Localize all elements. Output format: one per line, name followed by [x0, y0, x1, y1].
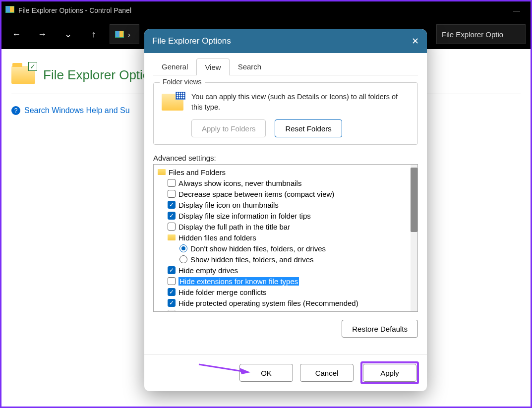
- checkbox[interactable]: [168, 310, 176, 312]
- dialog-titlebar: File Explorer Options ✕: [144, 29, 427, 53]
- ok-button[interactable]: OK: [239, 364, 293, 382]
- page-title: File Explorer Optio: [43, 67, 150, 83]
- window-title: File Explorer Options - Control Panel: [18, 6, 131, 14]
- tree-label: Hide extensions for known file types: [178, 277, 299, 286]
- tree-label: Show hidden files, folders, and drives: [190, 255, 313, 264]
- search-input[interactable]: File Explorer Optio: [436, 24, 526, 44]
- close-icon[interactable]: ✕: [412, 36, 419, 47]
- tree-label: Don't show hidden files, folders, or dri…: [190, 244, 326, 253]
- folder-icon: [168, 234, 176, 240]
- tree-item[interactable]: Display the full path in the title bar: [155, 221, 416, 232]
- tree-item[interactable]: ✓Hide empty drives: [155, 265, 416, 276]
- tab-search[interactable]: Search: [230, 58, 270, 75]
- folder-icon: [158, 169, 166, 175]
- control-panel-icon: [115, 31, 124, 38]
- back-button[interactable]: ←: [6, 24, 26, 44]
- tree-item[interactable]: Show hidden files, folders, and drives: [155, 254, 416, 265]
- folder-options-icon: [11, 66, 35, 84]
- restore-defaults-button[interactable]: Restore Defaults: [342, 320, 418, 338]
- annotation-highlight: Apply: [360, 361, 419, 384]
- folder-view-icon: [162, 94, 183, 111]
- scrollbar[interactable]: [411, 165, 417, 311]
- tree-label: Hide empty drives: [178, 266, 238, 275]
- checkbox[interactable]: ✓: [168, 266, 176, 274]
- checkbox[interactable]: [168, 190, 176, 198]
- checkbox[interactable]: [168, 179, 176, 187]
- advanced-settings-list[interactable]: Files and FoldersAlways show icons, neve…: [153, 164, 418, 312]
- file-explorer-options-dialog: File Explorer Options ✕ General View Sea…: [144, 29, 427, 391]
- folder-views-group: Folder views You can apply this view (su…: [153, 82, 418, 145]
- help-link-text: Search Windows Help and Su: [24, 106, 130, 115]
- control-panel-icon: [5, 6, 14, 15]
- tree-item[interactable]: ✓Hide folder merge conflicts: [155, 287, 416, 297]
- tree-label: Display file size information in folder …: [178, 212, 311, 220]
- folder-views-text: You can apply this view (such as Details…: [191, 92, 410, 113]
- address-bar[interactable]: ›: [110, 24, 139, 44]
- tree-label: Hide protected operating system files (R…: [178, 299, 358, 307]
- tree-item[interactable]: Hide extensions for known file types: [155, 276, 416, 287]
- radio[interactable]: [179, 244, 187, 252]
- checkbox[interactable]: ✓: [168, 288, 176, 296]
- tree-label: Launch folder windows in a separate proc…: [178, 310, 327, 312]
- search-placeholder: File Explorer Optio: [442, 30, 503, 39]
- breadcrumb-sep: ›: [128, 30, 130, 39]
- tree-item[interactable]: Don't show hidden files, folders, or dri…: [155, 243, 416, 254]
- apply-button[interactable]: Apply: [363, 364, 416, 382]
- checkbox[interactable]: ✓: [168, 201, 176, 209]
- checkbox[interactable]: [168, 223, 176, 231]
- tree-label: Decrease space between items (compact vi…: [178, 190, 334, 198]
- tree-item[interactable]: Decrease space between items (compact vi…: [155, 188, 416, 199]
- tree-item[interactable]: ✓Hide protected operating system files (…: [155, 297, 416, 308]
- tree-label: Hidden files and folders: [178, 233, 256, 242]
- svg-line-0: [199, 364, 242, 371]
- tab-view[interactable]: View: [196, 58, 229, 75]
- dialog-footer: OK Cancel Apply: [144, 354, 427, 391]
- minimize-button[interactable]: —: [507, 6, 527, 14]
- apply-to-folders-button: Apply to Folders: [191, 119, 266, 137]
- tree-item[interactable]: Launch folder windows in a separate proc…: [155, 308, 416, 312]
- tree-label: Display file icon on thumbnails: [178, 201, 279, 209]
- tree-item[interactable]: ✓Display file size information in folder…: [155, 210, 416, 221]
- tab-general[interactable]: General: [153, 58, 196, 75]
- folder-views-label: Folder views: [160, 78, 205, 86]
- dialog-title: File Explorer Options: [152, 36, 231, 46]
- checkbox[interactable]: [168, 277, 176, 285]
- radio[interactable]: [179, 255, 187, 263]
- window-titlebar: File Explorer Options - Control Panel —: [1, 1, 531, 19]
- recent-dropdown[interactable]: ⌄: [58, 24, 78, 44]
- reset-folders-button[interactable]: Reset Folders: [275, 119, 342, 137]
- tree-label: Files and Folders: [169, 168, 226, 176]
- checkbox[interactable]: ✓: [168, 299, 176, 307]
- dialog-tabs: General View Search: [153, 58, 418, 75]
- help-icon: ?: [11, 106, 20, 115]
- tree-item[interactable]: Hidden files and folders: [155, 232, 416, 243]
- advanced-settings-label: Advanced settings:: [153, 154, 418, 162]
- tree-item[interactable]: Always show icons, never thumbnails: [155, 177, 416, 188]
- checkbox[interactable]: ✓: [168, 212, 176, 220]
- cancel-button[interactable]: Cancel: [300, 364, 354, 382]
- tree-root-folder[interactable]: Files and Folders: [155, 167, 416, 177]
- up-button[interactable]: ↑: [84, 24, 104, 44]
- tree-label: Hide folder merge conflicts: [178, 288, 267, 296]
- forward-button[interactable]: →: [32, 24, 52, 44]
- scrollbar-thumb[interactable]: [411, 168, 417, 232]
- tree-item[interactable]: ✓Display file icon on thumbnails: [155, 199, 416, 210]
- tree-label: Display the full path in the title bar: [178, 223, 290, 231]
- tree-label: Always show icons, never thumbnails: [178, 179, 301, 187]
